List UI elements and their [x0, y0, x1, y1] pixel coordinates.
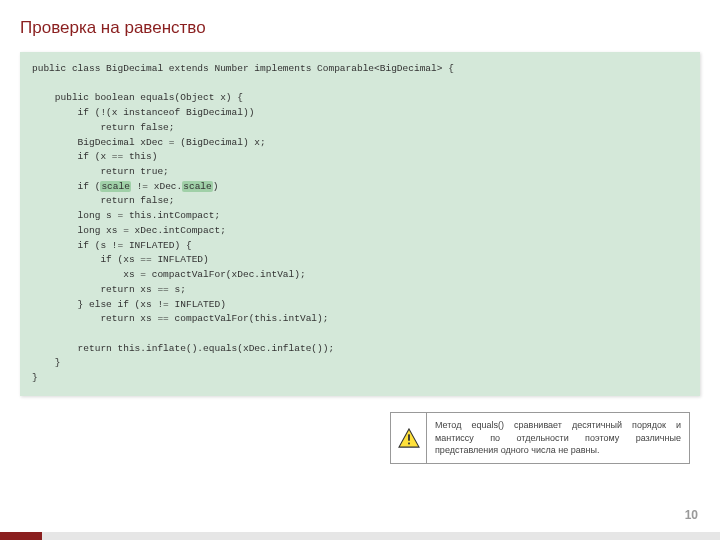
slide-title: Проверка на равенство [20, 18, 206, 38]
footer-accent [0, 532, 42, 540]
code-line: } [32, 357, 61, 368]
code-line: if ( [32, 181, 100, 192]
highlight-scale: scale [182, 181, 213, 192]
code-line: return false; [32, 195, 175, 206]
code-line: if (!(x instanceof BigDecimal)) [32, 107, 254, 118]
code-line: ) [213, 181, 219, 192]
code-line: if (s != INFLATED) { [32, 240, 192, 251]
warning-icon-cell [391, 413, 427, 463]
code-line: public boolean equals(Object x) { [32, 92, 243, 103]
code-line: if (x == this) [32, 151, 157, 162]
code-line: return xs == s; [32, 284, 186, 295]
code-line: public class BigDecimal extends Number i… [32, 63, 454, 74]
code-line: if (xs == INFLATED) [32, 254, 209, 265]
highlight-scale: scale [100, 181, 131, 192]
page-number: 10 [685, 508, 698, 522]
code-line: return xs == compactValFor(this.intVal); [32, 313, 328, 324]
footer-bar [0, 532, 720, 540]
warning-text: Метод equals() сравнивает десятичный пор… [427, 413, 689, 463]
code-block: public class BigDecimal extends Number i… [20, 52, 700, 396]
code-line: != xDec. [131, 181, 182, 192]
warning-note: Метод equals() сравнивает десятичный пор… [390, 412, 690, 464]
code-line: return true; [32, 166, 169, 177]
svg-rect-1 [408, 434, 410, 440]
code-line: xs = compactValFor(xDec.intVal); [32, 269, 306, 280]
code-line: } [32, 372, 38, 383]
code-line: return this.inflate().equals(xDec.inflat… [32, 343, 334, 354]
code-line: long s = this.intCompact; [32, 210, 220, 221]
code-line: return false; [32, 122, 175, 133]
code-line: } else if (xs != INFLATED) [32, 299, 226, 310]
code-line: BigDecimal xDec = (BigDecimal) x; [32, 137, 266, 148]
svg-rect-2 [408, 442, 410, 444]
warning-icon [398, 428, 420, 448]
code-line: long xs = xDec.intCompact; [32, 225, 226, 236]
